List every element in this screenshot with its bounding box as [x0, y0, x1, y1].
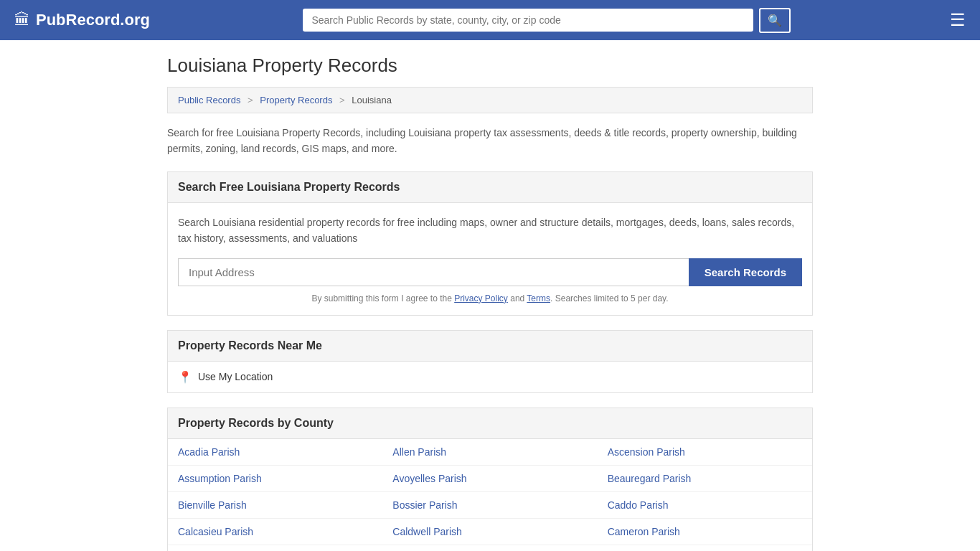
county-link[interactable]: Acadia Parish	[178, 446, 240, 458]
building-icon: 🏛	[14, 11, 30, 29]
county-link[interactable]: Ascension Parish	[608, 446, 685, 458]
list-item: Catahoula Parish	[168, 545, 382, 551]
list-item: Cameron Parish	[598, 519, 812, 545]
privacy-policy-link[interactable]: Privacy Policy	[454, 293, 508, 303]
breadcrumb-current: Louisiana	[352, 95, 392, 105]
search-description: Search Louisiana residential property re…	[178, 215, 802, 247]
address-search-row: Search Records	[178, 258, 802, 286]
main-content: Louisiana Property Records Public Record…	[153, 40, 827, 551]
use-location-label: Use My Location	[198, 371, 273, 382]
county-link[interactable]: Cameron Parish	[608, 526, 680, 537]
list-item: Assumption Parish	[168, 466, 382, 492]
use-location-link[interactable]: 📍 Use My Location	[178, 370, 802, 384]
list-item: Avoyelles Parish	[382, 466, 597, 492]
county-link[interactable]: Avoyelles Parish	[392, 473, 466, 484]
county-link[interactable]: Assumption Parish	[178, 473, 262, 484]
list-item: Acadia Parish	[168, 439, 382, 466]
breadcrumb-public-records[interactable]: Public Records	[178, 95, 240, 105]
form-disclaimer: By submitting this form I agree to the P…	[178, 293, 802, 303]
header-search-button[interactable]: 🔍	[759, 8, 791, 33]
list-item: Bossier Parish	[382, 492, 597, 519]
list-item: Bienville Parish	[168, 492, 382, 519]
county-link[interactable]: Caddo Parish	[608, 499, 669, 511]
list-item: Concordia Parish	[598, 545, 812, 551]
page-title: Louisiana Property Records	[167, 55, 813, 77]
county-link[interactable]: Beauregard Parish	[608, 473, 692, 484]
list-item: Calcasieu Parish	[168, 519, 382, 545]
near-me-section: Property Records Near Me 📍 Use My Locati…	[167, 330, 813, 393]
list-item: Claiborne Parish	[382, 545, 597, 551]
search-section: Search Free Louisiana Property Records S…	[167, 171, 813, 316]
county-link[interactable]: Caldwell Parish	[392, 526, 461, 537]
logo[interactable]: 🏛 PubRecord.org	[14, 11, 150, 29]
header-search-input[interactable]	[303, 9, 753, 32]
list-item: Ascension Parish	[598, 439, 812, 466]
county-link[interactable]: Bossier Parish	[392, 499, 457, 511]
header: 🏛 PubRecord.org 🔍 ☰	[0, 0, 980, 40]
breadcrumb-sep-2: >	[339, 95, 345, 105]
county-link[interactable]: Allen Parish	[392, 446, 446, 458]
list-item: Caddo Parish	[598, 492, 812, 519]
list-item: Beauregard Parish	[598, 466, 812, 492]
breadcrumb: Public Records > Property Records > Loui…	[167, 87, 813, 113]
search-section-body: Search Louisiana residential property re…	[167, 203, 813, 316]
county-section: Property Records by County Acadia Parish…	[167, 408, 813, 551]
list-item: Caldwell Parish	[382, 519, 597, 545]
header-search-area: 🔍	[303, 8, 791, 33]
county-section-header: Property Records by County	[167, 408, 813, 439]
near-me-body: 📍 Use My Location	[167, 362, 813, 393]
search-records-button[interactable]: Search Records	[689, 258, 802, 286]
search-section-header: Search Free Louisiana Property Records	[167, 171, 813, 203]
terms-link[interactable]: Terms	[527, 293, 550, 303]
breadcrumb-sep-1: >	[248, 95, 253, 105]
disclaimer-and: and	[508, 293, 527, 303]
county-grid: Acadia ParishAllen ParishAscension Paris…	[167, 439, 813, 551]
near-me-header: Property Records Near Me	[167, 330, 813, 362]
search-icon: 🔍	[768, 14, 782, 27]
disclaimer-text-prefix: By submitting this form I agree to the	[311, 293, 454, 303]
logo-text: PubRecord.org	[36, 11, 150, 29]
intro-text: Search for free Louisiana Property Recor…	[167, 125, 813, 157]
address-input[interactable]	[178, 258, 689, 286]
list-item: Allen Parish	[382, 439, 597, 466]
location-pin-icon: 📍	[178, 370, 192, 384]
county-link[interactable]: Calcasieu Parish	[178, 526, 253, 537]
disclaimer-end: . Searches limited to 5 per day.	[550, 293, 669, 303]
hamburger-menu-icon[interactable]: ☰	[950, 10, 966, 30]
breadcrumb-property-records[interactable]: Property Records	[260, 95, 332, 105]
county-link[interactable]: Bienville Parish	[178, 499, 247, 511]
